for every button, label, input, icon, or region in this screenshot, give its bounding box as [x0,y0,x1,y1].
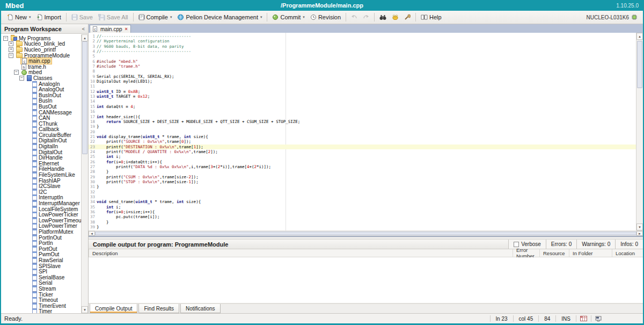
line-number[interactable]: 17 [89,114,97,119]
code-line-8[interactable]: 8 [89,69,636,74]
tree-item-portinout[interactable]: PortInOut [1,235,81,241]
tree-item-nucleo-blink-led[interactable]: +Nucleo_blink_led [1,41,81,47]
tree-item-platformmutex[interactable]: PlatformMutex [1,229,81,235]
verbose-checkbox[interactable] [514,242,519,247]
tree-item-stream[interactable]: Stream [1,286,81,292]
tree-node[interactable]: LowPowerTimer [31,223,78,229]
code-line-31[interactable]: 31} [89,184,636,189]
code-line-15[interactable]: 15int dataQtt = 4; [89,104,636,109]
code-line-29[interactable]: 29 printf("CSUM : 0x%x\n",trame[size-2])… [89,175,636,179]
new-button[interactable]: New▾ [4,13,34,21]
code-area[interactable]: 1//-------------------------------------… [89,33,636,230]
line-number[interactable]: 19 [89,124,97,129]
undo-button[interactable] [348,13,360,21]
editor-horizontal-scrollbar[interactable]: ◄ ► [89,230,643,236]
code-line-3[interactable]: 3// 9600 bauds, 8-bit data, no parity [89,44,636,49]
tree-node[interactable]: Timeout [31,297,59,303]
revision-button[interactable]: Revision [308,13,343,21]
tree-node[interactable]: Ethernet [31,161,60,167]
code-line-18[interactable]: 18 return SOURCE_SIZE + DEST_SIZE + MODE… [89,119,636,124]
line-number[interactable]: 13 [89,94,97,99]
tree-item-circularbuffer[interactable]: CircularBuffer [1,132,81,138]
line-number[interactable]: 25 [89,154,97,159]
compile-button[interactable]: Compile▾ [136,13,175,21]
code-line-21[interactable]: 21void display_trame(uint8_t * trame, in… [89,134,636,139]
tree-item-timeout[interactable]: Timeout [1,297,81,303]
line-number[interactable]: 15 [89,104,97,109]
code-line-12[interactable]: 12uint8_t ID = 0xAB; [89,89,636,94]
code-line-33[interactable]: 33 [89,194,636,199]
tree-node[interactable]: BusInOut [31,92,62,98]
tree-node[interactable]: I2CSlave [31,183,62,189]
code-line-34[interactable]: 34void send_trame(uint8_t * trame, int s… [89,199,636,204]
tree-node[interactable]: LowPowerTimeout [31,218,81,223]
tree-item-classes[interactable]: −Classes [1,75,81,81]
tree-item-spi[interactable]: SPI [1,269,81,275]
line-number[interactable]: 21 [89,134,97,139]
tree-node[interactable]: PortOut [31,246,58,252]
tree-item-lowpowerticker[interactable]: LowPowerTicker [1,212,81,218]
tree-item-serialbase[interactable]: SerialBase [1,275,81,280]
tree-node[interactable]: BusIn [31,98,54,104]
tree-item-dirhandle[interactable]: DirHandle [1,155,81,161]
tree-node[interactable]: Ticker [31,292,54,298]
tree-item-filesystemlike[interactable]: FileSystemLike [1,172,81,178]
scrollbar-thumb[interactable] [82,41,87,154]
column-location[interactable]: Location [612,249,643,257]
line-number[interactable]: 26 [89,160,97,164]
tree-item-serial[interactable]: Serial [1,280,81,286]
tree-node[interactable]: DigitalInOut [31,138,68,143]
scrollbar-track[interactable] [95,231,636,236]
code-line-27[interactable]: 27 printf("DATA %d : 0x%x 0x%x\n",i,tram… [89,164,636,169]
find-button[interactable] [377,13,389,21]
close-tab-icon[interactable]: × [125,26,128,32]
tree-node[interactable]: CThunk [31,121,58,127]
column-resource[interactable]: Resource [539,249,569,257]
collapse-sidebar-button[interactable]: < [82,26,85,32]
tree-item-timerevent[interactable]: TimerEvent [1,303,81,309]
tree-item-canmessage[interactable]: CANMessage [1,110,81,115]
line-number[interactable]: 12 [89,89,97,94]
code-line-5[interactable]: 5 [89,54,636,59]
tree-item-filehandle[interactable]: FileHandle [1,167,81,172]
scrollbar-thumb[interactable] [95,232,636,235]
line-number[interactable]: 6 [89,59,97,64]
scrollbar-thumb[interactable] [637,41,642,88]
line-number[interactable]: 24 [89,149,97,154]
tree-item-trame-h[interactable]: htrame.h [1,64,81,70]
scroll-down-button[interactable]: ▼ [636,223,643,230]
tree-item-localfilesystem[interactable]: LocalFileSystem [1,206,81,212]
tree-node[interactable]: PlatformMutex [31,229,74,235]
line-number[interactable]: 8 [89,69,97,74]
scroll-right-button[interactable]: ► [636,231,643,236]
redo-button[interactable] [360,13,372,21]
code-line-38[interactable]: 38 } [89,220,636,225]
tree-node[interactable]: PwmOut [31,251,60,257]
tree-node[interactable]: FileHandle [31,166,65,172]
code-line-30[interactable]: 30 printf("STOP : 0x%x\n",trame[size-1])… [89,179,636,184]
code-line-9[interactable]: 9Serial pc(SERIAL_TX, SERIAL_RX); [89,74,636,79]
code-line-22[interactable]: 22 printf("SOURCE : 0x%x\n",trame[0]); [89,139,636,144]
panel-splitter[interactable] [89,236,643,240]
tree-node[interactable]: InterruptIn [31,194,64,200]
tree-node[interactable]: AnalogIn [31,81,61,87]
tree-item-portin[interactable]: PortIn [1,240,81,246]
collapse-node-icon[interactable]: − [3,36,8,41]
line-number[interactable]: 31 [89,184,97,189]
settings-button[interactable] [401,13,413,21]
code-line-26[interactable]: 26 for(i=0;i<dataQtt;i++){ [89,160,636,164]
line-number[interactable]: 11 [89,84,97,89]
format-code-button[interactable] [389,13,401,21]
tab-main-cpp[interactable]: c main.cpp × [90,25,131,33]
tree-node[interactable]: InterruptManager [31,200,81,206]
tree-item-analogin[interactable]: AnalogIn [1,81,81,87]
code-line-16[interactable]: 16 [89,109,636,114]
tree-node[interactable]: TimerEvent [31,303,67,309]
code-line-37[interactable]: 37 pc.putc(trame[i]); [89,214,636,219]
code-line-13[interactable]: 13uint8_t TARGET = 0x12; [89,94,636,99]
line-number[interactable]: 20 [89,129,97,134]
tree-item-nucleo-printf[interactable]: +Nucleo_printf [1,47,81,53]
code-line-14[interactable]: 14 [89,99,636,104]
tab-notifications[interactable]: Notifications [180,304,220,313]
tree-item-digitalout[interactable]: DigitalOut [1,149,81,155]
